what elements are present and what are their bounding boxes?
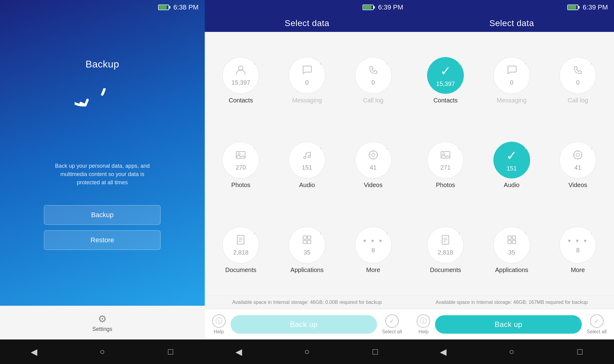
select-all-button-3[interactable]: ✓ Select all (587, 314, 607, 335)
nav-back-1[interactable]: ◀ (25, 346, 43, 358)
applications-circle-2[interactable]: › ✓ 35 (289, 227, 325, 263)
messaging-label-2: Messaging (292, 97, 322, 104)
more-label-2: More (366, 266, 380, 274)
more-circle-2[interactable]: › • • • ✓ 8 (355, 227, 392, 263)
screen1-footer: ⚙ Settings (0, 306, 205, 339)
select-all-label-2: Select all (382, 329, 402, 335)
nav-back-3[interactable]: ◀ (434, 346, 453, 358)
videos-circle-3[interactable]: › ✓ 41 (559, 142, 596, 178)
data-item-applications-3: › ✓ 35 Applications (479, 208, 545, 293)
more-icon-3: • • • (568, 236, 588, 245)
nav-recents-3[interactable]: □ (571, 346, 589, 358)
photos-label-3: Photos (436, 182, 455, 189)
applications-chevron-3: › (525, 231, 526, 236)
backup-description: Back up your personal data, apps, and mu… (50, 162, 154, 187)
audio-circle-3[interactable]: › ✓ 151 (493, 142, 530, 178)
calllog-circle-3[interactable]: › ✓ 0 (559, 57, 596, 94)
documents-circle-3[interactable]: › ✓ 2,818 (427, 227, 464, 263)
nav-bar-2: ◀ ○ □ (205, 339, 410, 364)
applications-circle-3[interactable]: › ✓ 35 (493, 227, 530, 263)
messaging-label-3: Messaging (497, 97, 527, 104)
audio-count-2: 151 (302, 164, 312, 171)
screen3-header: Select data (409, 15, 614, 32)
svg-rect-16 (308, 236, 311, 239)
more-circle-3[interactable]: › • • • ✓ 8 (559, 227, 596, 263)
help-icon-3: ⓘ (417, 314, 430, 328)
messaging-icon-3 (506, 64, 517, 77)
contacts-circle-2[interactable]: › ✓ 15,397 (222, 57, 259, 94)
svg-point-29 (581, 155, 582, 155)
contacts-label-2: Contacts (229, 97, 253, 104)
videos-count-3: 41 (574, 164, 581, 171)
videos-icon-3 (572, 149, 583, 162)
applications-icon-2 (301, 234, 313, 247)
battery-icon-1 (158, 5, 169, 10)
select-data-screen-3: 6:39 PM Select data › ✓ 15,397 Contacts (409, 0, 614, 364)
backup-btn-2[interactable]: Back up (231, 315, 377, 334)
more-chevron-3: › (591, 231, 593, 236)
svg-point-27 (577, 158, 578, 159)
settings-label: Settings (92, 326, 112, 332)
nav-home-2[interactable]: ○ (298, 346, 316, 358)
backup-btn-3[interactable]: Back up (435, 315, 582, 334)
calllog-icon-3 (572, 64, 583, 77)
calllog-chevron-3: › (591, 61, 593, 66)
contacts-circle-3[interactable]: › ✓ 15,397 (427, 57, 464, 94)
messaging-circle-2[interactable]: › ✓ 0 (289, 57, 325, 94)
nav-back-2[interactable]: ◀ (230, 346, 248, 358)
select-all-button-2[interactable]: ✓ Select all (382, 314, 402, 335)
svg-point-26 (577, 151, 578, 152)
svg-rect-36 (508, 240, 511, 243)
bottom-bar-2: ⓘ Help Back up ✓ Select all (205, 309, 410, 339)
battery-icon-2 (363, 5, 374, 10)
svg-point-6 (371, 153, 375, 157)
svg-point-10 (376, 155, 377, 155)
messaging-chevron-2: › (320, 61, 321, 66)
backup-button[interactable]: Backup (44, 205, 161, 225)
storage-info-3: Available space in Internal storage: 46G… (409, 296, 614, 309)
documents-label-2: Documents (225, 266, 256, 274)
documents-icon-2 (235, 234, 246, 247)
videos-chevron-2: › (386, 146, 388, 151)
data-item-more-2: › • • • ✓ 8 More (340, 208, 406, 293)
svg-rect-15 (303, 236, 306, 239)
photos-count-2: 270 (236, 164, 246, 171)
calllog-count-3: 0 (576, 79, 580, 86)
select-all-icon-2: ✓ (385, 314, 399, 328)
svg-rect-35 (512, 236, 515, 239)
more-chevron-2: › (386, 231, 388, 236)
nav-recents-2[interactable]: □ (366, 346, 384, 358)
svg-rect-17 (303, 240, 306, 243)
data-item-applications-2: › ✓ 35 Applications (274, 208, 340, 293)
nav-recents-1[interactable]: □ (161, 346, 180, 358)
photos-circle-2[interactable]: › ✓ 270 (222, 142, 259, 178)
documents-label-3: Documents (430, 266, 461, 274)
nav-home-1[interactable]: ○ (93, 346, 111, 358)
calllog-circle-2[interactable]: › ✓ 0 (355, 57, 392, 94)
photos-icon-3 (440, 149, 451, 162)
audio-chevron-3: › (525, 146, 526, 151)
audio-circle-2[interactable]: › ✓ 151 (289, 142, 325, 178)
calllog-label-2: Call log (363, 97, 383, 104)
data-item-contacts-3: › ✓ 15,397 Contacts (412, 38, 479, 123)
documents-circle-2[interactable]: › ✓ 2,818 (222, 227, 259, 263)
audio-chevron-2: › (320, 146, 321, 151)
photos-circle-3[interactable]: › ✓ 271 (427, 142, 464, 178)
videos-circle-2[interactable]: › ✓ 41 (355, 142, 392, 178)
applications-count-3: 35 (508, 249, 515, 256)
settings-item[interactable]: ⚙ Settings (92, 313, 112, 332)
nav-home-3[interactable]: ○ (503, 346, 521, 358)
help-label-2: Help (214, 329, 224, 335)
help-label-3: Help (418, 329, 429, 335)
data-item-photos-3: › ✓ 271 Photos (412, 123, 479, 208)
messaging-circle-3[interactable]: › ✓ 0 (493, 57, 530, 94)
more-count-3: 8 (576, 247, 580, 254)
status-bar-2: 6:39 PM (205, 0, 410, 15)
data-item-contacts-2: › ✓ 15,397 Contacts (208, 38, 274, 123)
applications-label-3: Applications (495, 266, 528, 274)
help-button-2[interactable]: ⓘ Help (212, 314, 226, 335)
status-bar-3: 6:39 PM (409, 0, 614, 15)
restore-button[interactable]: Restore (44, 230, 161, 250)
data-grid-2: › ✓ 15,397 Contacts › (205, 32, 410, 296)
help-button-3[interactable]: ⓘ Help (417, 314, 430, 335)
